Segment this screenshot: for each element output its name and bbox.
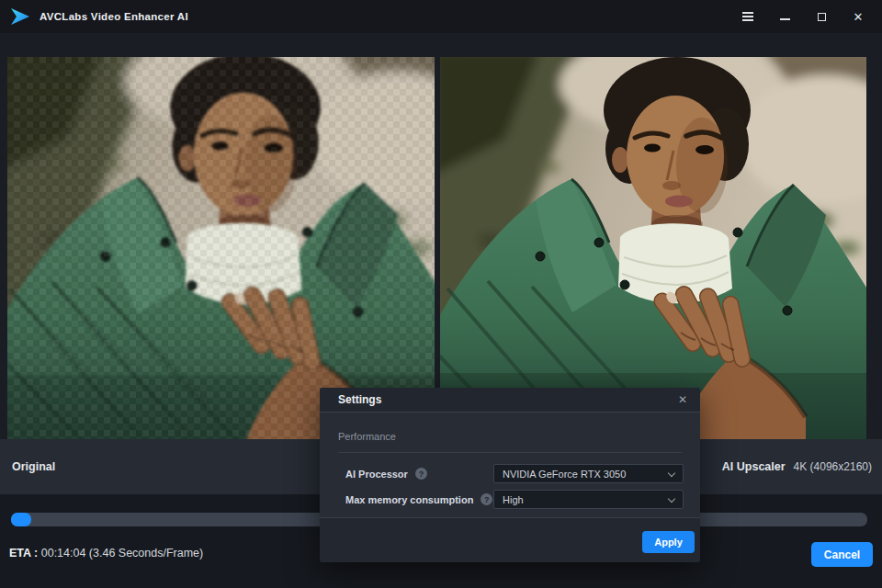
upscaler-label-group: AI Upscaler 4K (4096x2160) — [722, 460, 872, 473]
max-memory-help-icon[interactable]: ? — [481, 493, 492, 505]
enhanced-photo — [440, 57, 866, 439]
resolution-label: 4K (4096x2160) — [794, 460, 872, 473]
ai-processor-help-icon[interactable]: ? — [415, 468, 427, 480]
settings-dialog-footer: Apply — [320, 517, 700, 562]
maximize-icon-glyph — [818, 13, 826, 21]
app-logo-icon — [9, 6, 31, 27]
eta-label: ETA : — [9, 547, 38, 560]
ai-upscaler-label: AI Upscaler — [722, 460, 786, 473]
app-window: AVCLabs Video Enhancer AI ✕ Original AI … — [0, 0, 882, 588]
max-memory-select[interactable]: High — [493, 490, 684, 509]
original-video-preview — [7, 57, 435, 439]
app-title: AVCLabs Video Enhancer AI — [40, 11, 188, 22]
ai-processor-value: NVIDIA GeForce RTX 3050 — [503, 469, 626, 480]
menu-icon-glyph — [742, 12, 753, 21]
close-icon-glyph: ✕ — [854, 11, 864, 23]
ai-processor-select[interactable]: NVIDIA GeForce RTX 3050 — [493, 464, 684, 483]
max-memory-label: Max memory consumption — [345, 494, 473, 505]
apply-button[interactable]: Apply — [642, 531, 695, 553]
maximize-icon[interactable] — [814, 9, 829, 24]
ai-processor-label: AI Processor — [345, 469, 408, 480]
settings-close-icon[interactable]: ✕ — [674, 391, 691, 408]
settings-dialog-title: Settings — [338, 393, 381, 406]
progress-fill — [11, 513, 31, 526]
original-label: Original — [12, 460, 55, 473]
close-icon[interactable]: ✕ — [851, 9, 865, 24]
title-bar: AVCLabs Video Enhancer AI ✕ — [0, 0, 882, 33]
section-divider — [338, 452, 682, 453]
max-memory-value: High — [503, 494, 524, 505]
enhanced-video-preview — [440, 57, 866, 439]
cancel-button[interactable]: Cancel — [811, 542, 873, 567]
minimize-icon[interactable] — [777, 9, 792, 24]
window-controls: ✕ — [741, 9, 882, 24]
settings-dialog: Settings ✕ Performance AI Processor ? NV… — [320, 388, 700, 562]
original-photo — [7, 57, 435, 439]
performance-section-label: Performance — [338, 431, 396, 442]
minimize-icon-glyph — [780, 18, 790, 20]
eta-text: ETA : 00:14:04 (3.46 Seconds/Frame) — [9, 547, 203, 560]
settings-dialog-header: Settings ✕ — [320, 388, 700, 413]
eta-value: 00:14:04 (3.46 Seconds/Frame) — [41, 547, 204, 560]
max-memory-row: Max memory consumption ? High — [345, 490, 682, 509]
chevron-down-icon — [668, 469, 675, 477]
chevron-down-icon — [668, 495, 675, 503]
menu-icon[interactable] — [741, 9, 755, 24]
ai-processor-row: AI Processor ? NVIDIA GeForce RTX 3050 — [345, 464, 682, 483]
